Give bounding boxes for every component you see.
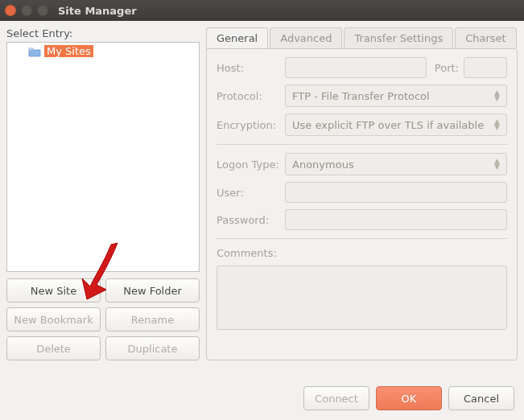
- protocol-select[interactable]: FTP - File Transfer Protocol ▲▼: [285, 84, 507, 107]
- host-input[interactable]: [285, 57, 427, 78]
- tab-general[interactable]: General: [206, 27, 268, 48]
- host-label: Host:: [217, 62, 285, 74]
- rename-button[interactable]: Rename: [105, 307, 200, 331]
- logon-type-label: Logon Type:: [217, 159, 285, 171]
- new-site-button[interactable]: New Site: [6, 278, 101, 303]
- minimize-icon[interactable]: [21, 5, 32, 16]
- tab-charset[interactable]: Charset: [455, 27, 517, 48]
- protocol-label: Protocol:: [217, 90, 285, 102]
- tree-item-label: My Sites: [44, 45, 93, 57]
- maximize-icon[interactable]: [37, 5, 48, 16]
- tab-bar: General Advanced Transfer Settings Chars…: [206, 27, 518, 48]
- new-folder-button[interactable]: New Folder: [105, 278, 200, 303]
- comments-label: Comments:: [217, 247, 285, 259]
- chevron-updown-icon: ▲▼: [494, 159, 500, 170]
- ok-button[interactable]: OK: [376, 386, 442, 410]
- left-panel: Select Entry: My Sites New Site New Fold…: [6, 27, 200, 360]
- select-entry-label: Select Entry:: [6, 27, 200, 39]
- connect-button[interactable]: Connect: [303, 386, 369, 410]
- chevron-updown-icon: ▲▼: [494, 119, 500, 130]
- site-manager-window: Site Manager Select Entry: My Sites New …: [0, 0, 524, 420]
- logon-type-select[interactable]: Anonymous ▲▼: [285, 153, 507, 175]
- comments-input[interactable]: [217, 266, 507, 330]
- encryption-label: Encryption:: [217, 119, 285, 131]
- user-input[interactable]: [285, 182, 507, 203]
- close-icon[interactable]: [5, 5, 16, 16]
- user-label: User:: [217, 187, 285, 199]
- tab-transfer-settings[interactable]: Transfer Settings: [344, 27, 453, 48]
- delete-button[interactable]: Delete: [6, 336, 101, 360]
- separator: [217, 144, 507, 145]
- titlebar: Site Manager: [0, 0, 524, 21]
- right-panel: General Advanced Transfer Settings Chars…: [206, 27, 518, 360]
- new-bookmark-button[interactable]: New Bookmark: [6, 307, 101, 331]
- password-input[interactable]: [285, 209, 507, 230]
- duplicate-button[interactable]: Duplicate: [105, 336, 200, 360]
- tab-advanced[interactable]: Advanced: [270, 27, 342, 48]
- window-title: Site Manager: [58, 5, 137, 17]
- sites-tree[interactable]: My Sites: [6, 42, 200, 272]
- separator: [217, 238, 507, 239]
- cancel-button[interactable]: Cancel: [448, 386, 514, 410]
- chevron-updown-icon: ▲▼: [494, 90, 500, 101]
- port-input[interactable]: [464, 57, 507, 78]
- tree-item-my-sites[interactable]: My Sites: [7, 43, 199, 60]
- port-label: Port:: [435, 62, 459, 74]
- password-label: Password:: [217, 214, 285, 226]
- folder-icon: [28, 46, 41, 57]
- dialog-footer: Connect OK Cancel: [303, 386, 514, 410]
- tab-general-body: Host: Port: Protocol: FTP - File Transfe…: [206, 48, 518, 360]
- encryption-select[interactable]: Use explicit FTP over TLS if available ▲…: [285, 113, 507, 136]
